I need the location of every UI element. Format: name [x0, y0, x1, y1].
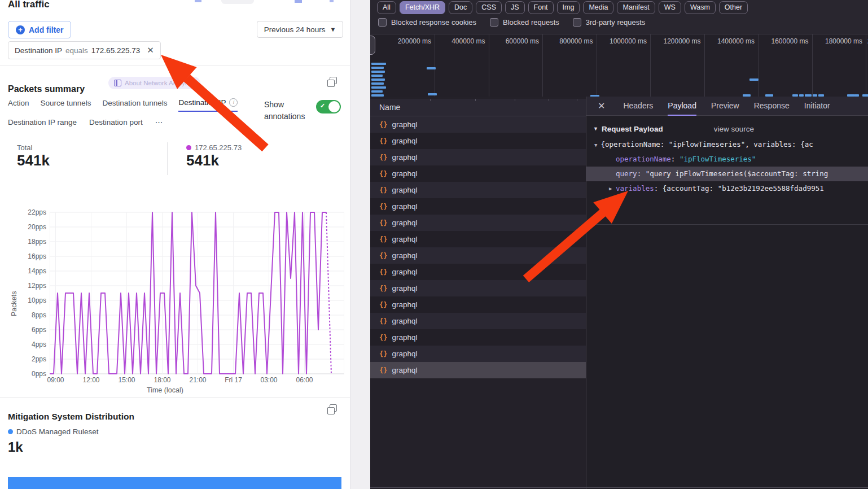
request-name: graphql: [392, 284, 417, 292]
copy-panel-icon[interactable]: [327, 80, 335, 87]
tab-destination-tunnels[interactable]: Destination tunnels: [103, 98, 168, 112]
json-braces-icon: {}: [379, 235, 387, 243]
view-source-link[interactable]: view source: [714, 125, 754, 133]
payload-value: "ipFlowTimeseries": [680, 155, 756, 163]
filter-pill-media[interactable]: Media: [583, 1, 613, 14]
y-tick-label: 14pps: [11, 267, 46, 275]
x-tick-label: 06:00: [296, 376, 313, 384]
filter-pill-font[interactable]: Font: [528, 1, 554, 14]
payload-preview-line[interactable]: ▼{operationName: "ipFlowTimeseries", var…: [586, 137, 868, 152]
tab-source-tunnels[interactable]: Source tunnels: [41, 98, 91, 112]
filter-pill-ws[interactable]: WS: [659, 1, 681, 14]
timeline-gridline: [758, 34, 759, 97]
add-filter-label: Add filter: [29, 25, 63, 34]
x-tick-label: 03:00: [260, 376, 277, 384]
network-request-row[interactable]: {}graphql: [370, 247, 586, 264]
show-annotations-toggle[interactable]: ✓: [316, 100, 341, 113]
tab-[interactable]: ⋯: [155, 117, 163, 130]
json-braces-icon: {}: [379, 121, 387, 129]
request-name: graphql: [392, 169, 417, 178]
payload-key: operationName: [616, 155, 671, 163]
network-request-row[interactable]: {}graphql: [370, 133, 586, 149]
tab-action[interactable]: Action: [8, 98, 29, 112]
network-request-row[interactable]: {}graphql: [370, 313, 586, 329]
detail-tab-response[interactable]: Response: [754, 97, 790, 116]
timeline-tick-label: 1400000 ms: [706, 37, 755, 45]
filter-pill-img[interactable]: Img: [557, 1, 580, 14]
detail-tab-initiator[interactable]: Initiator: [804, 97, 830, 116]
tab-destination-ip-range[interactable]: Destination IP range: [8, 117, 77, 130]
legend-dot-icon: [186, 145, 191, 150]
expand-triangle-icon[interactable]: ▶: [609, 181, 612, 196]
checkbox-3rd-party-requests[interactable]: 3rd-party requests: [573, 18, 646, 27]
timeline-gridline: [866, 34, 866, 97]
name-column-header[interactable]: Name: [370, 99, 586, 116]
filter-pill-all[interactable]: All: [377, 1, 396, 14]
filter-pill-fetch-xhr[interactable]: Fetch/XHR: [400, 1, 445, 14]
checkbox-icon[interactable]: [573, 18, 581, 27]
network-request-row[interactable]: {}graphql: [370, 231, 586, 247]
network-request-row[interactable]: {}graphql: [370, 215, 586, 231]
y-tick-label: 2pps: [11, 355, 46, 363]
request-name: graphql: [392, 137, 417, 145]
close-icon[interactable]: ✕: [147, 45, 154, 55]
time-range-dropdown[interactable]: Previous 24 hours ▼: [257, 21, 343, 38]
timeline-gridline: [812, 34, 813, 97]
request-name: graphql: [392, 268, 417, 276]
close-icon[interactable]: ✕: [598, 101, 605, 111]
checkbox-icon[interactable]: [378, 18, 387, 27]
filter-chip[interactable]: Destination IP equals 172.65.225.73 ✕: [8, 41, 161, 59]
request-timing-mark: [749, 78, 759, 81]
payload-value: "query ipFlowTimeseries($accountTag: str…: [646, 169, 828, 178]
detail-tab-payload[interactable]: Payload: [668, 97, 696, 116]
json-braces-icon: {}: [379, 252, 387, 260]
detail-tab-headers[interactable]: Headers: [623, 97, 653, 116]
tab-destination-ip[interactable]: Destination IPi: [178, 98, 238, 112]
checkbox-blocked-requests[interactable]: Blocked requests: [490, 18, 559, 27]
copy-panel-icon[interactable]: [327, 407, 335, 414]
add-filter-button[interactable]: + Add filter: [8, 21, 71, 38]
legend-dot-icon: [8, 429, 13, 434]
filter-pill-other[interactable]: Other: [719, 1, 748, 14]
timeline-grip-handle[interactable]: [370, 36, 375, 55]
tab-destination-port[interactable]: Destination port: [89, 117, 143, 130]
network-request-row[interactable]: {}graphql: [370, 329, 586, 346]
tab-label: ⋯: [155, 117, 163, 126]
filter-pill-css[interactable]: CSS: [476, 1, 502, 14]
network-request-row[interactable]: {}graphql: [370, 198, 586, 215]
network-request-row[interactable]: {}graphql: [370, 280, 586, 296]
timeline-gridline: [650, 34, 651, 97]
filter-pill-js[interactable]: JS: [505, 1, 525, 14]
collapse-triangle-icon: ▼: [593, 126, 598, 132]
divider: [370, 487, 868, 488]
checkbox-icon[interactable]: [490, 18, 498, 27]
checkbox-blocked-response-cookies[interactable]: Blocked response cookies: [378, 18, 476, 27]
network-request-row[interactable]: {}graphql: [370, 116, 586, 133]
history-clock-icon[interactable]: [188, 78, 196, 86]
payload-entry-operationname[interactable]: operationName: "ipFlowTimeseries": [586, 152, 868, 167]
payload-entry-variables[interactable]: ▶variables: {accountTag: "b12e3b2192ee55…: [586, 181, 868, 196]
request-payload-header[interactable]: ▼ Request Payload view source: [586, 116, 868, 137]
mitigation-bar[interactable]: [8, 477, 341, 489]
stat-destination-ip[interactable]: 172.65.225.73 541k: [186, 143, 242, 169]
detail-tab-preview[interactable]: Preview: [711, 97, 739, 116]
about-network-analytics-badge[interactable]: About Network Analytics: [108, 77, 200, 89]
network-request-row[interactable]: {}graphql: [370, 346, 586, 362]
network-request-row[interactable]: {}graphql: [370, 149, 586, 165]
filter-pill-wasm[interactable]: Wasm: [685, 1, 716, 14]
network-request-row[interactable]: {}graphql: [370, 182, 586, 198]
json-braces-icon: {}: [379, 203, 387, 211]
network-request-row[interactable]: {}graphql: [370, 264, 586, 280]
payload-key: variables: [616, 184, 654, 193]
payload-entry-query[interactable]: query: "query ipFlowTimeseries($accountT…: [586, 167, 868, 181]
info-icon: i: [229, 98, 238, 107]
request-timing-mark: [371, 86, 386, 89]
timeline-tick-label: 400000 ms: [437, 37, 485, 45]
network-request-row[interactable]: {}graphql: [370, 362, 586, 378]
filter-pill-manifest[interactable]: Manifest: [617, 1, 655, 14]
network-overview-timeline[interactable]: 200000 ms400000 ms600000 ms800000 ms1000…: [370, 34, 868, 97]
network-request-row[interactable]: {}graphql: [370, 165, 586, 182]
x-tick-label: 12:00: [82, 376, 99, 384]
network-request-row[interactable]: {}graphql: [370, 296, 586, 313]
filter-pill-doc[interactable]: Doc: [449, 1, 472, 14]
